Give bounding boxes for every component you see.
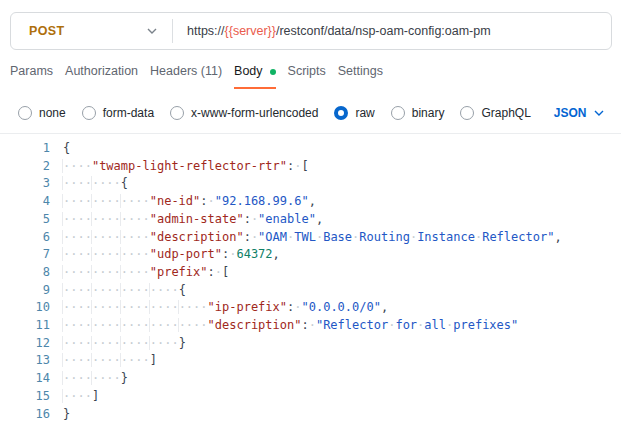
tab-scripts[interactable]: Scripts [288,60,326,89]
radio-icon [18,106,32,120]
indent-guide: ···· [149,336,179,350]
token-p: { [63,141,70,155]
tab-settings[interactable]: Settings [338,60,383,89]
tab-body[interactable]: Body [234,60,276,89]
body-type-binary[interactable]: binary [391,106,445,120]
code-line[interactable]: 11····················"description":·"Re… [0,317,621,335]
token-p: : [244,212,251,226]
line-number: 16 [0,406,63,424]
code-line[interactable]: 5············"admin-state":·"enable", [0,211,621,229]
indent-guide: ···· [62,159,92,173]
code-content: ············] [63,352,157,370]
url-bar: POST https://{{server}}/restconf/data/ns… [10,12,612,50]
code-content: ····] [63,388,99,406]
code-content: ········{ [63,175,128,193]
whitespace-dot: · [208,194,215,208]
indent-guide: ···· [62,300,92,314]
body-type-graphql[interactable]: GraphQL [460,106,530,120]
indent-guide: ···· [91,283,121,297]
token-str: "OAM·TWL·Base·Routing·Instance·Reflector… [258,230,554,244]
line-number: 6 [0,229,63,247]
body-type-form-data[interactable]: form-data [82,106,154,120]
indent-guide: ···· [62,283,92,297]
indent-guide: ···· [120,318,150,332]
indent-guide: ···· [120,194,150,208]
url-variable: {{server}} [225,24,276,38]
whitespace-dot: · [410,230,417,244]
code-line[interactable]: 7············"udp-port":·64372, [0,246,621,264]
token-p: { [121,176,128,190]
token-key: "udp-port" [150,247,222,261]
indent-guide: ···· [62,353,92,367]
code-line[interactable]: 14········} [0,370,621,388]
indent-guide: ···· [120,212,150,226]
token-key: "ne-id" [150,194,201,208]
token-str: "enable" [258,212,316,226]
token-p: : [200,194,207,208]
code-content: ············"udp-port":·64372, [63,246,280,264]
line-number: 4 [0,193,63,211]
indent-guide: ···· [91,300,121,314]
token-key: "prefix" [150,265,208,279]
url-input[interactable]: https://{{server}}/restconf/data/nsp-oam… [173,24,491,38]
tab-label: Scripts [288,64,326,78]
method-label: POST [29,24,65,38]
token-str: "Reflector·for·all·prefixes" [316,318,518,332]
method-selector[interactable]: POST [11,13,172,49]
token-p: : [208,265,215,279]
whitespace-dot: · [475,230,482,244]
code-line[interactable]: 15····] [0,388,621,406]
line-number: 13 [0,352,63,370]
line-number: 2 [0,158,63,176]
body-type-label: form-data [103,106,154,120]
language-label: JSON [554,106,587,120]
indent-guide: ···· [62,265,92,279]
chevron-down-icon [147,28,157,34]
token-p: , [309,194,316,208]
language-selector[interactable]: JSON [554,106,604,120]
code-line[interactable]: 4············"ne-id":·"92.168.99.6", [0,193,621,211]
code-line[interactable]: 13············] [0,352,621,370]
body-type-raw[interactable]: raw [334,106,374,120]
token-p: } [179,336,186,350]
code-content: ····················"description":·"Refl… [63,317,518,335]
indent-guide: ···· [62,230,92,244]
body-type-x-www-form-urlencoded[interactable]: x-www-form-urlencoded [170,106,318,120]
token-key: "twamp-light-reflector-rtr" [92,159,287,173]
token-p: } [121,371,128,385]
tab-headers-11[interactable]: Headers (11) [150,60,222,89]
code-line[interactable]: 10····················"ip-prefix":·"0.0.… [0,299,621,317]
token-p: , [554,230,561,244]
line-number: 8 [0,264,63,282]
whitespace-dot: · [388,318,395,332]
code-content: ············"admin-state":·"enable", [63,211,323,229]
token-p: { [179,283,186,297]
indent-guide: ···· [91,318,121,332]
token-p: : [301,318,308,332]
body-type-none[interactable]: none [18,106,66,120]
code-line[interactable]: 2····"twamp-light-reflector-rtr":·[ [0,158,621,176]
code-line[interactable]: 16} [0,406,621,424]
code-line[interactable]: 12················} [0,335,621,353]
line-number: 3 [0,175,63,193]
tab-authorization[interactable]: Authorization [65,60,138,89]
indent-guide: ···· [91,247,121,261]
code-editor[interactable]: 1{2····"twamp-light-reflector-rtr":·[3··… [0,133,621,445]
tab-params[interactable]: Params [10,60,53,89]
line-number: 9 [0,282,63,300]
token-p: [ [222,265,229,279]
code-line[interactable]: 1{ [0,140,621,158]
token-p: , [316,212,323,226]
tab-label: Headers (11) [150,64,222,78]
code-line[interactable]: 8············"prefix":·[ [0,264,621,282]
tab-label: Params [10,64,53,78]
code-line[interactable]: 9················{ [0,282,621,300]
code-line[interactable]: 6············"description":·"OAM·TWL·Bas… [0,229,621,247]
indent-guide: ···· [62,194,92,208]
request-tabs: ParamsAuthorizationHeaders (11)BodyScrip… [10,60,383,89]
token-p: , [273,247,280,261]
code-line[interactable]: 3········{ [0,175,621,193]
indent-guide: ···· [62,212,92,226]
body-type-label: GraphQL [481,106,530,120]
line-number: 12 [0,335,63,353]
